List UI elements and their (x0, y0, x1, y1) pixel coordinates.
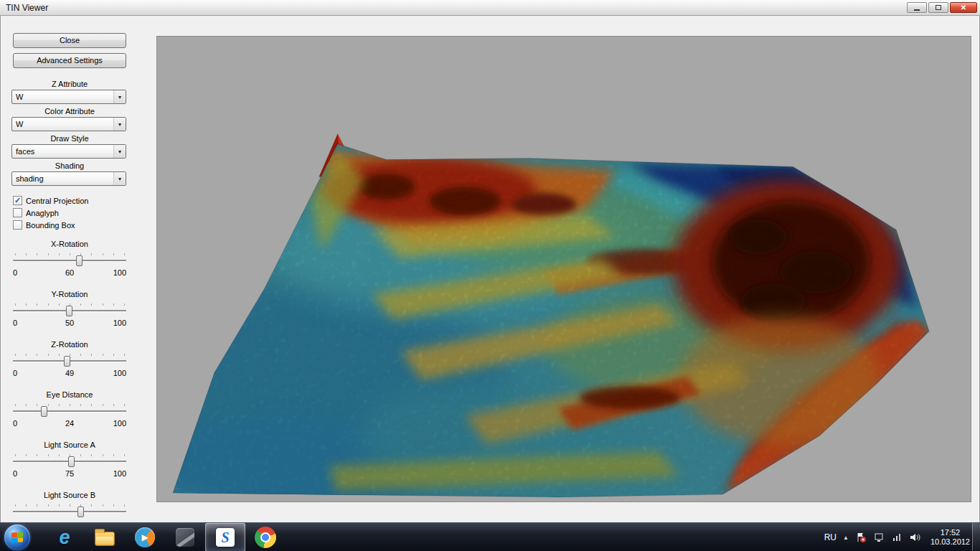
action-center-flag-icon[interactable] (855, 532, 867, 543)
checkbox-label: Bounding Box (26, 221, 75, 230)
checkbox-box (13, 208, 22, 217)
window-title: TIN Viewer (6, 3, 48, 13)
slider-thumb[interactable] (76, 255, 83, 266)
internet-explorer-icon: e (59, 527, 70, 549)
checkbox-central-projection[interactable]: ✓ Central Projection (13, 195, 88, 206)
light-source-a-group: Light Source A 075100 (13, 441, 126, 478)
light-source-b-label: Light Source B (13, 491, 126, 501)
tin-viewer-app-icon: S (216, 528, 235, 547)
device-icon[interactable] (873, 532, 885, 543)
utility-app-icon (176, 528, 194, 547)
3d-viewport[interactable] (156, 36, 971, 502)
tin-terrain-render (157, 37, 971, 501)
clock-time: 17:52 (930, 528, 970, 537)
clock[interactable]: 17:52 10.03.2012 (930, 528, 970, 547)
checkbox-box (13, 220, 22, 230)
shading-label: Shading (13, 161, 126, 171)
window-titlebar[interactable]: TIN Viewer ✕ (0, 0, 980, 16)
taskbar-item-windows-explorer[interactable] (85, 523, 125, 551)
language-indicator[interactable]: RU (824, 532, 837, 542)
dropdown-value: W (12, 93, 113, 101)
volume-icon[interactable] (909, 532, 921, 543)
dropdown-value: W (12, 120, 113, 128)
z-rotation-label: Z-Rotation (13, 340, 126, 350)
start-button[interactable] (4, 524, 30, 550)
slider-values: 075100 (13, 469, 126, 478)
hidden-icons-chevron[interactable]: ▲ (843, 534, 849, 541)
light-source-b-slider[interactable] (13, 504, 126, 518)
network-icon[interactable] (891, 532, 903, 543)
slider-ticks (15, 354, 125, 356)
advanced-settings-button[interactable]: Advanced Settings (13, 53, 126, 68)
light-source-a-slider[interactable] (13, 453, 126, 468)
slider-ticks (15, 504, 125, 507)
draw-style-label: Draw Style (13, 134, 126, 144)
draw-style-dropdown[interactable]: faces ▾ (11, 144, 126, 159)
slider-thumb[interactable] (68, 456, 75, 467)
slider-ticks (15, 404, 125, 406)
maximize-icon (936, 5, 941, 10)
taskbar-apps: e ▶ S (44, 523, 286, 551)
slider-track (13, 511, 126, 512)
y-rotation-slider[interactable] (13, 303, 126, 317)
slider-values: 050100 (13, 319, 126, 327)
z-attribute-dropdown[interactable]: W ▾ (11, 90, 126, 104)
show-desktop-button[interactable] (972, 523, 980, 551)
slider-track (13, 410, 126, 412)
chevron-down-icon: ▾ (113, 90, 126, 103)
eye-distance-slider[interactable] (13, 403, 126, 418)
taskbar: e ▶ S RU ▲ (0, 522, 980, 551)
chrome-icon (255, 527, 276, 548)
z-attribute-label: Z Attribute (13, 80, 126, 90)
taskbar-item-utility-app[interactable] (165, 523, 205, 551)
minimize-icon (914, 9, 920, 11)
slider-values: 024100 (13, 419, 126, 428)
media-player-icon: ▶ (135, 527, 155, 547)
slider-values: 049100 (13, 369, 126, 377)
color-attribute-dropdown[interactable]: W ▾ (11, 117, 126, 131)
slider-thumb[interactable] (64, 356, 70, 367)
close-button[interactable]: Close (13, 33, 126, 48)
window-controls: ✕ (907, 2, 977, 13)
minimize-button[interactable] (907, 2, 927, 13)
slider-ticks (15, 253, 125, 255)
slider-thumb[interactable] (66, 306, 72, 316)
shading-dropdown[interactable]: shading ▾ (11, 171, 126, 186)
slider-thumb[interactable] (77, 507, 84, 517)
z-rotation-group: Z-Rotation 049100 (13, 340, 126, 377)
z-rotation-slider[interactable] (13, 353, 126, 367)
x-rotation-slider[interactable] (13, 253, 126, 267)
dropdown-value: faces (12, 147, 113, 156)
eye-distance-label: Eye Distance (13, 390, 126, 400)
close-icon: ✕ (961, 4, 966, 11)
close-window-button[interactable]: ✕ (950, 2, 977, 13)
light-source-b-group: Light Source B (13, 491, 126, 518)
slider-values: 060100 (13, 268, 126, 277)
y-rotation-group: Y-Rotation 050100 (13, 290, 126, 327)
dropdown-value: shading (12, 174, 113, 183)
color-attribute-label: Color Attribute (13, 107, 126, 117)
maximize-button[interactable] (928, 2, 948, 13)
slider-thumb[interactable] (41, 406, 47, 417)
slider-track (13, 260, 126, 261)
taskbar-item-chrome[interactable] (245, 523, 286, 551)
checkbox-anaglyph[interactable]: Anaglyph (13, 207, 59, 218)
eye-distance-group: Eye Distance 024100 (13, 390, 126, 428)
checkbox-bounding-box[interactable]: Bounding Box (13, 220, 75, 230)
taskbar-item-tin-viewer-active[interactable]: S (205, 523, 245, 551)
x-rotation-group: X-Rotation 060100 (13, 240, 126, 277)
chevron-down-icon: ▾ (113, 145, 126, 158)
chevron-down-icon: ▾ (113, 118, 126, 131)
folder-icon (95, 532, 115, 546)
control-panel: Close Advanced Settings Z Attribute W ▾ … (0, 16, 156, 522)
y-rotation-label: Y-Rotation (13, 290, 126, 300)
taskbar-item-media-player[interactable]: ▶ (125, 523, 165, 551)
clock-date: 10.03.2012 (930, 537, 970, 547)
chevron-down-icon: ▾ (113, 172, 126, 185)
checkbox-label: Anaglyph (26, 209, 59, 217)
checkbox-label: Central Projection (26, 197, 88, 205)
taskbar-item-internet-explorer[interactable]: e (44, 523, 85, 551)
light-source-a-label: Light Source A (13, 441, 126, 451)
tin-viewer-window: TIN Viewer ✕ Close Advanced Settings Z A… (0, 0, 980, 551)
windows-logo-icon (11, 532, 23, 542)
